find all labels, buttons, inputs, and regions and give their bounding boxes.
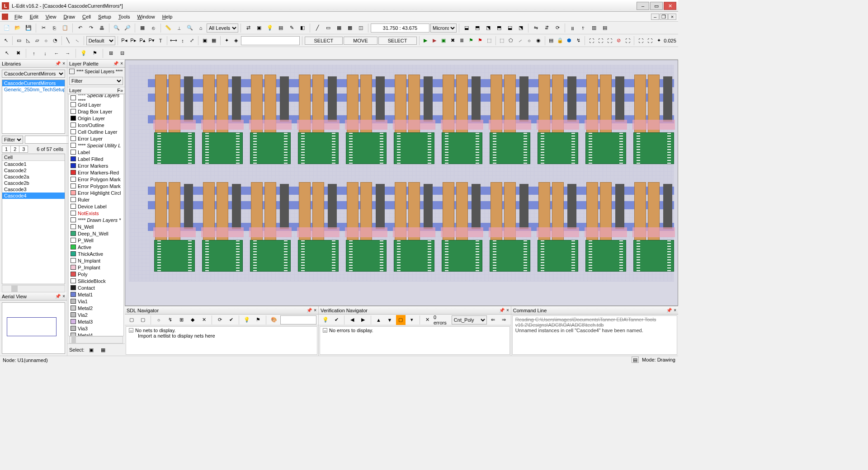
layer-row[interactable]: Label: [69, 149, 123, 155]
verification-rule-select[interactable]: Cnt_Poly: [452, 315, 487, 324]
layout-cell-instance[interactable]: [488, 75, 532, 165]
expression-input[interactable]: [241, 36, 300, 45]
circle-tool-icon[interactable]: ○: [42, 36, 50, 46]
layer-swatch[interactable]: [71, 109, 76, 114]
layout-canvas[interactable]: [125, 60, 678, 306]
layout-cell-instance[interactable]: [296, 75, 340, 165]
layout-cell-instance[interactable]: [632, 182, 676, 273]
library-combo[interactable]: CascodeCurrentMirrors: [2, 70, 65, 78]
select-similar-icon[interactable]: ▦: [98, 345, 108, 355]
xsect-icon[interactable]: ⬚: [485, 36, 493, 46]
pie-tool-icon[interactable]: ◔: [51, 36, 59, 46]
close-panel-icon[interactable]: ×: [62, 294, 65, 299]
layer-swatch[interactable]: [71, 319, 76, 324]
node-pick-icon[interactable]: ↖: [2, 48, 12, 58]
layer-row[interactable]: P_Well: [69, 237, 123, 244]
layout-cell-instance[interactable]: [488, 182, 532, 273]
tile-v-icon[interactable]: ▤: [600, 23, 610, 33]
layer-row[interactable]: Error Highlight Circl: [69, 189, 123, 196]
cell-item[interactable]: Cascode1: [2, 161, 65, 167]
layer-swatch[interactable]: [71, 122, 76, 127]
layer-row[interactable]: Metal2: [69, 305, 123, 311]
layer-swatch[interactable]: [71, 129, 76, 134]
cells-tab-3[interactable]: 3: [19, 146, 28, 153]
layer-swatch[interactable]: [71, 258, 76, 263]
ver-up-icon[interactable]: ▲: [374, 315, 383, 325]
library-list[interactable]: CascodeCurrentMirrors Generic_250nm_Tech…: [2, 80, 65, 134]
layer-swatch[interactable]: [71, 217, 76, 222]
dist-v-icon[interactable]: ⫯: [578, 23, 588, 33]
layer-swatch[interactable]: [71, 238, 76, 243]
close-button[interactable]: ✕: [664, 2, 676, 10]
layout-cell-instance[interactable]: [392, 75, 436, 165]
layer-swatch[interactable]: [71, 285, 76, 290]
menu-draw[interactable]: Draw: [60, 13, 79, 20]
layer-swatch[interactable]: [71, 265, 76, 270]
layer-swatch[interactable]: [71, 143, 76, 148]
layer-swatch[interactable]: [71, 312, 76, 317]
text-tool-icon[interactable]: T: [156, 36, 165, 46]
port-r-icon[interactable]: P▸: [129, 36, 137, 46]
layout-cell-instance[interactable]: [632, 75, 676, 165]
node-highlight-icon[interactable]: ⬢: [565, 36, 573, 46]
layout-cell-instance[interactable]: [200, 182, 245, 273]
close-panel-icon[interactable]: ×: [120, 61, 123, 66]
layer-row[interactable]: Metal3: [69, 318, 123, 325]
ver-check-icon[interactable]: ✔: [331, 315, 341, 325]
layer-swatch[interactable]: [71, 244, 76, 249]
layout-cell-instance[interactable]: [344, 182, 388, 273]
align-bottom-icon[interactable]: ⬔: [516, 23, 526, 33]
close-panel-icon[interactable]: ×: [506, 308, 509, 313]
pin-icon[interactable]: 📌: [666, 308, 672, 313]
layer-row[interactable]: Error Layer: [69, 135, 123, 142]
node-next-icon[interactable]: →: [63, 48, 73, 58]
layer-row[interactable]: N_Well: [69, 223, 123, 230]
layer-swatch[interactable]: [71, 136, 76, 141]
lvs-icon[interactable]: ≣: [458, 36, 466, 46]
layer-row[interactable]: Active: [69, 244, 123, 250]
sdl-remove-icon[interactable]: ▢: [138, 315, 148, 325]
layer-filter-combo[interactable]: Filter: [69, 77, 123, 85]
ruler-h-icon[interactable]: ⟷: [170, 36, 178, 46]
select-layer-icon[interactable]: ▣: [86, 345, 96, 355]
layer-row[interactable]: Ruler: [69, 196, 123, 203]
layer-row[interactable]: Device Label: [69, 203, 123, 210]
tile-h-icon[interactable]: ▥: [589, 23, 599, 33]
ver-x-icon[interactable]: ✕: [423, 315, 432, 325]
drc-run-icon[interactable]: ▶: [421, 36, 429, 46]
units-select[interactable]: Microns: [430, 24, 457, 33]
layer-swatch[interactable]: [71, 272, 76, 277]
layout-cell-instance[interactable]: [152, 182, 197, 273]
sdl-input[interactable]: [280, 315, 316, 324]
layer-vis-icon[interactable]: ▤: [547, 36, 555, 46]
drc-clear-icon[interactable]: ✖: [448, 36, 457, 46]
cells-tab-2[interactable]: 2: [10, 146, 19, 153]
layout-cell-instance[interactable]: [296, 182, 340, 273]
node-up-icon[interactable]: ↑: [29, 48, 39, 58]
align-right-icon[interactable]: ⬔: [483, 23, 493, 33]
sdl-circle-icon[interactable]: ○: [154, 315, 164, 325]
select-button[interactable]: SELECT: [305, 37, 343, 45]
layer-row[interactable]: Metal1: [69, 291, 123, 298]
layout-cell-instance[interactable]: [344, 75, 388, 165]
cut-icon[interactable]: ✂: [38, 23, 48, 33]
menu-tools[interactable]: Tools: [115, 13, 134, 20]
ver-dn-icon[interactable]: ▼: [385, 315, 394, 325]
pin-icon[interactable]: 📌: [307, 308, 312, 313]
layer-row[interactable]: Origin Layer: [69, 115, 123, 122]
snap-icon[interactable]: ✦: [223, 36, 231, 46]
layer-row[interactable]: **** Special Utility L: [69, 142, 123, 149]
layer-row[interactable]: Error Markers-Red: [69, 169, 123, 176]
layer-row[interactable]: Cell Outline Layer: [69, 128, 123, 135]
new-icon[interactable]: 📄: [2, 23, 12, 33]
sdl-bulb-icon[interactable]: 💡: [242, 315, 252, 325]
mdi-minimize-button[interactable]: –: [651, 14, 659, 20]
view-levels-select[interactable]: All Levels: [207, 24, 238, 33]
layer-row[interactable]: Metal4: [69, 332, 123, 336]
box-tool-icon[interactable]: ▭: [15, 36, 23, 46]
measure-icon[interactable]: ⟂: [174, 23, 184, 33]
sdl-update-icon[interactable]: ⟳: [215, 315, 225, 325]
sel-invert-icon[interactable]: ⛶: [623, 36, 632, 46]
pin-icon[interactable]: 📌: [55, 294, 61, 299]
menu-edit[interactable]: Edit: [26, 13, 42, 20]
